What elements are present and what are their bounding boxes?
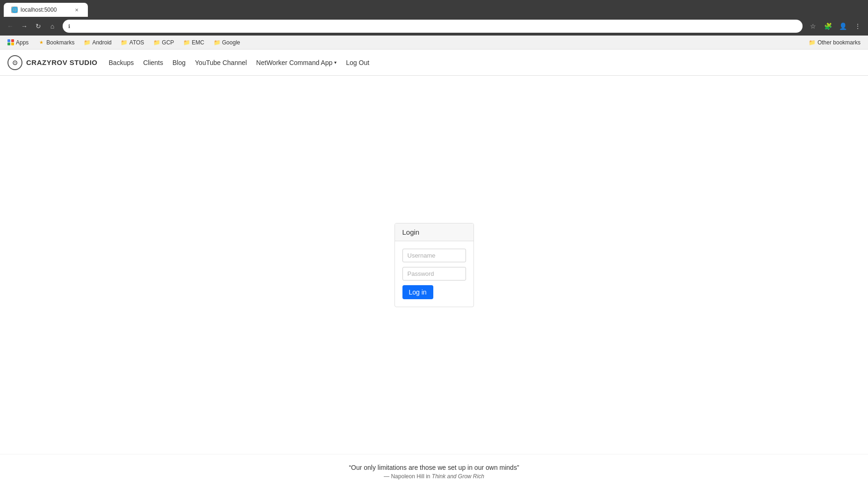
bookmarks-right: 📁 Other bookmarks: [805, 38, 864, 47]
nav-item-backups[interactable]: Backups: [109, 58, 134, 67]
nav-link-clients[interactable]: Clients: [143, 59, 163, 66]
logo-text: CRAZYROV STUDIO: [26, 58, 98, 66]
browser-actions: ☆ 🧩 👤 ⋮: [806, 20, 864, 33]
login-title: Login: [402, 228, 420, 236]
nav-link-blog[interactable]: Blog: [172, 59, 186, 66]
other-bookmarks-label: Other bookmarks: [818, 39, 861, 46]
nav-item-blog[interactable]: Blog: [172, 58, 186, 67]
login-button[interactable]: Log in: [402, 285, 433, 299]
browser-controls: ← → ↻ ⌂ ℹ localhost:5000 ☆ 🧩 👤 ⋮: [0, 17, 868, 36]
login-card-body: Log in: [395, 241, 473, 307]
password-input[interactable]: [402, 267, 466, 280]
bookmark-atos[interactable]: 📁 ATOS: [117, 38, 148, 47]
website: ⊙ CRAZYROV STUDIO Backups Clients Blog Y…: [0, 50, 868, 489]
bookmark-android[interactable]: 📁 Android: [80, 38, 115, 47]
nav-item-networker[interactable]: NetWorker Command App ▾: [256, 59, 337, 66]
site-footer: “Our only limitations are those we set u…: [0, 454, 868, 489]
forward-button[interactable]: →: [18, 20, 31, 33]
tab-bar: 🌐 localhost:5000 ✕: [0, 0, 868, 17]
bookmark-label-emc: EMC: [192, 39, 204, 46]
folder-icon-emc: 📁: [183, 39, 190, 46]
url-input[interactable]: localhost:5000: [73, 23, 797, 30]
folder-icon-gcp: 📁: [153, 39, 160, 46]
attribution-book: Think and Grow Rich: [432, 473, 484, 480]
folder-icon-atos: 📁: [121, 39, 128, 46]
login-card: Login Log in: [395, 223, 474, 307]
bookmark-label-android: Android: [92, 39, 111, 46]
back-button[interactable]: ←: [4, 20, 17, 33]
bookmark-label-gcp: GCP: [162, 39, 174, 46]
lock-icon: ℹ: [68, 23, 70, 29]
folder-icon-other: 📁: [809, 39, 816, 46]
bookmark-label-atos: ATOS: [129, 39, 144, 46]
bookmark-gcp[interactable]: 📁 GCP: [150, 38, 178, 47]
attribution-prefix: — Napoleon Hill in: [384, 473, 432, 480]
footer-quote: “Our only limitations are those we set u…: [7, 464, 861, 471]
nav-link-logout[interactable]: Log Out: [346, 59, 369, 66]
folder-icon-android: 📁: [84, 39, 90, 46]
home-button[interactable]: ⌂: [46, 20, 59, 33]
nav-item-youtube[interactable]: YouTube Channel: [195, 58, 247, 67]
nav-buttons: ← → ↻ ⌂: [4, 20, 59, 33]
nav-item-clients[interactable]: Clients: [143, 58, 163, 67]
nav-link-backups[interactable]: Backups: [109, 59, 134, 66]
tab-close-button[interactable]: ✕: [73, 6, 80, 14]
site-nav-links: Backups Clients Blog YouTube Channel Net…: [109, 58, 370, 67]
tab-title: localhost:5000: [21, 7, 70, 13]
refresh-button[interactable]: ↻: [32, 20, 45, 33]
bookmark-emc[interactable]: 📁 EMC: [179, 38, 208, 47]
apps-label: Apps: [16, 39, 29, 46]
browser-chrome: 🌐 localhost:5000 ✕ ← → ↻ ⌂ ℹ localhost:5…: [0, 0, 868, 36]
footer-attribution: — Napoleon Hill in Think and Grow Rich: [7, 473, 861, 480]
extensions-button[interactable]: 🧩: [821, 20, 834, 33]
menu-button[interactable]: ⋮: [851, 20, 864, 33]
address-bar[interactable]: ℹ localhost:5000: [63, 20, 803, 33]
login-card-header: Login: [395, 223, 473, 241]
site-logo: ⊙ CRAZYROV STUDIO: [7, 55, 98, 70]
nav-link-youtube[interactable]: YouTube Channel: [195, 59, 247, 66]
chevron-down-icon: ▾: [334, 60, 337, 65]
bookmark-star-button[interactable]: ☆: [806, 20, 819, 33]
bookmark-other[interactable]: 📁 Other bookmarks: [805, 38, 864, 47]
logo-icon: ⊙: [7, 55, 22, 70]
star-icon: ★: [38, 39, 44, 46]
bookmark-label-google: Google: [222, 39, 240, 46]
tab-favicon: 🌐: [11, 7, 18, 13]
nav-item-logout[interactable]: Log Out: [346, 58, 369, 67]
profile-button[interactable]: 👤: [836, 20, 849, 33]
bookmark-apps[interactable]: Apps: [4, 38, 32, 47]
site-main: Login Log in: [0, 76, 868, 454]
active-tab[interactable]: 🌐 localhost:5000 ✕: [4, 3, 88, 17]
site-navbar: ⊙ CRAZYROV STUDIO Backups Clients Blog Y…: [0, 50, 868, 76]
bookmark-label-bookmarks: Bookmarks: [46, 39, 74, 46]
bookmark-bookmarks[interactable]: ★ Bookmarks: [34, 38, 78, 47]
folder-icon-google: 📁: [214, 39, 220, 46]
username-input[interactable]: [402, 249, 466, 262]
nav-dropdown-networker[interactable]: NetWorker Command App ▾: [256, 59, 337, 66]
bookmarks-bar: Apps ★ Bookmarks 📁 Android 📁 ATOS 📁 GCP …: [0, 36, 868, 50]
apps-icon: [7, 39, 14, 46]
nav-dropdown-label: NetWorker Command App: [256, 59, 332, 66]
bookmark-google[interactable]: 📁 Google: [210, 38, 244, 47]
